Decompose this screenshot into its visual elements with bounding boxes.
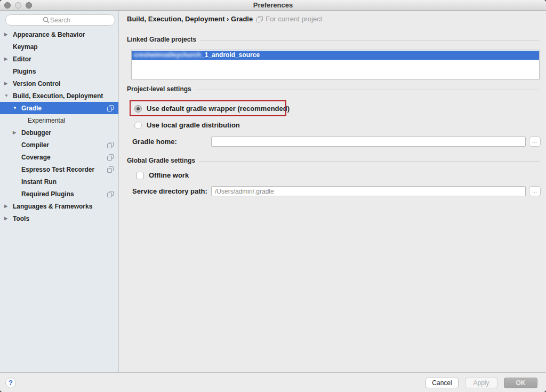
section-divider (199, 161, 540, 162)
for-current-project-icon (256, 16, 263, 22)
chevron-right-icon[interactable]: ▶ (4, 57, 13, 61)
section-divider (200, 40, 540, 41)
settings-tree: ▶ Appearance & Behavior Keymap ▶ Editor … (0, 28, 118, 225)
sidebar-item-label: Compiler (21, 141, 49, 149)
offline-work-row[interactable]: Offline work (136, 171, 189, 179)
section-linked-gradle-projects: Linked Gradle projects (127, 36, 540, 43)
cancel-button[interactable]: Cancel (425, 378, 459, 388)
section-divider (195, 90, 540, 90)
gradle-home-input[interactable] (211, 137, 526, 147)
sidebar-item-label: Build, Execution, Deployment (13, 92, 103, 100)
ellipsis-icon: … (532, 188, 538, 194)
sidebar-item-version-control[interactable]: ▶ Version Control (0, 77, 118, 90)
breadcrumb: Build, Execution, Deployment › Gradle Fo… (127, 15, 322, 23)
radio-row-default-wrapper[interactable]: Use default gradle wrapper (recommended) (134, 105, 290, 113)
sidebar-item-label: Tools (13, 215, 29, 222)
sidebar-item-label: Languages & Frameworks (13, 203, 92, 210)
list-item-selected-project[interactable]: cresheimvalleychurch_1_android_source (132, 51, 539, 60)
sidebar-item-debugger[interactable]: ▶ Debugger (0, 126, 118, 139)
radio-use-default-gradle-wrapper[interactable] (134, 105, 142, 113)
for-current-project-icon (107, 142, 114, 148)
chevron-down-icon[interactable]: ▼ (4, 93, 13, 98)
sidebar-item-editor[interactable]: ▶ Editor (0, 53, 118, 65)
minimize-button[interactable] (15, 2, 21, 9)
gradle-home-label: Gradle home: (132, 138, 177, 146)
help-button[interactable]: ? (5, 378, 16, 388)
sidebar-item-label: Experimental (28, 117, 65, 124)
service-directory-browse-button[interactable]: … (529, 186, 541, 196)
radio-row-local-distribution[interactable]: Use local gradle distribution (134, 121, 240, 129)
radio-label: Use default gradle wrapper (recommended) (147, 105, 290, 113)
breadcrumb-scope-label: For current project (266, 15, 322, 23)
section-project-level-settings: Project-level settings (127, 85, 540, 93)
chevron-down-icon[interactable]: ▼ (13, 106, 21, 110)
for-current-project-icon (107, 166, 114, 173)
chevron-right-icon[interactable]: ▶ (4, 32, 13, 37)
sidebar-item-label: Version Control (13, 80, 60, 87)
chevron-right-icon[interactable]: ▶ (4, 216, 13, 221)
linked-projects-list[interactable]: cresheimvalleychurch_1_android_source (131, 50, 540, 79)
chevron-right-icon[interactable]: ▶ (4, 81, 13, 86)
service-directory-label: Service directory path: (132, 187, 207, 195)
service-directory-input[interactable] (211, 186, 526, 196)
for-current-project-icon (107, 105, 114, 111)
radio-label: Use local gradle distribution (147, 121, 240, 129)
sidebar-item-build-execution-deployment[interactable]: ▼ Build, Execution, Deployment (0, 90, 118, 102)
sidebar-item-label: Plugins (13, 68, 36, 75)
traffic-lights (4, 2, 32, 9)
project-name-blurred: cresheimvalleychurch (134, 51, 201, 60)
window-title: Preferences (0, 0, 546, 10)
sidebar-item-compiler[interactable]: Compiler (0, 139, 118, 151)
sidebar-item-label: Required Plugins (21, 190, 74, 198)
sidebar-item-label: Coverage (21, 154, 51, 161)
close-button[interactable] (4, 2, 11, 9)
project-name-suffix: _1_android_source (201, 51, 260, 60)
offline-work-label: Offline work (149, 171, 189, 179)
dialog-footer: ? Cancel Apply OK (0, 372, 546, 392)
zoom-button[interactable] (26, 2, 32, 9)
sidebar-item-label: Editor (13, 55, 31, 63)
apply-button[interactable]: Apply (465, 378, 497, 388)
sidebar-item-appearance-behavior[interactable]: ▶ Appearance & Behavior (0, 28, 118, 41)
gradle-settings-panel: Build, Execution, Deployment › Gradle Fo… (119, 11, 546, 372)
gradle-home-browse-button[interactable]: … (529, 137, 541, 147)
sidebar-item-label: Debugger (21, 129, 51, 137)
for-current-project-icon (107, 191, 114, 197)
sidebar-item-required-plugins[interactable]: Required Plugins (0, 188, 118, 200)
sidebar-item-label: Gradle (21, 105, 42, 112)
breadcrumb-scope: For current project (256, 15, 322, 23)
section-title: Linked Gradle projects (127, 36, 196, 43)
settings-sidebar: ▶ Appearance & Behavior Keymap ▶ Editor … (0, 11, 119, 372)
ok-button[interactable]: OK (504, 378, 537, 388)
sidebar-item-espresso-test-recorder[interactable]: Espresso Test Recorder (0, 163, 118, 175)
sidebar-item-label: Keymap (13, 43, 38, 51)
sidebar-item-tools[interactable]: ▶ Tools (0, 212, 118, 225)
sidebar-item-gradle[interactable]: ▼ Gradle (0, 102, 118, 114)
for-current-project-icon (107, 154, 114, 161)
sidebar-item-coverage[interactable]: Coverage (0, 151, 118, 163)
preferences-window: Preferences ▶ Appearance & Behavior (0, 0, 546, 392)
sidebar-item-languages-frameworks[interactable]: ▶ Languages & Frameworks (0, 200, 118, 212)
sidebar-item-label: Espresso Test Recorder (21, 166, 94, 173)
radio-use-local-gradle-distribution[interactable] (134, 122, 142, 129)
sidebar-item-label: Appearance & Behavior (13, 31, 85, 38)
sidebar-item-label: Instant Run (21, 178, 57, 186)
sidebar-item-plugins[interactable]: Plugins (0, 65, 118, 77)
breadcrumb-path: Build, Execution, Deployment › Gradle (127, 15, 253, 23)
section-global-gradle-settings: Global Gradle settings (127, 157, 540, 164)
search-input[interactable] (5, 14, 115, 26)
offline-work-checkbox[interactable] (136, 172, 144, 179)
titlebar: Preferences (0, 0, 546, 11)
help-icon: ? (9, 379, 13, 387)
section-title: Global Gradle settings (127, 157, 195, 164)
sidebar-item-keymap[interactable]: Keymap (0, 41, 118, 53)
chevron-right-icon[interactable]: ▶ (4, 204, 13, 209)
chevron-right-icon[interactable]: ▶ (13, 130, 21, 135)
section-title: Project-level settings (127, 85, 191, 93)
ellipsis-icon: … (532, 138, 538, 144)
sidebar-item-experimental[interactable]: Experimental (0, 114, 118, 126)
sidebar-item-instant-run[interactable]: Instant Run (0, 175, 118, 188)
